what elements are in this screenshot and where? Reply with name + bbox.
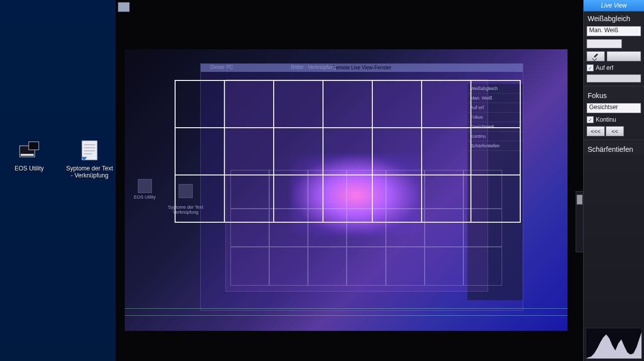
continuous-af-checkbox[interactable]: ✓ xyxy=(587,116,594,123)
slider-thumb[interactable] xyxy=(577,195,583,205)
live-view-window: Remote Live View-Fenster Weißabgleich Ma… xyxy=(116,0,584,361)
camera-feed[interactable]: Remote Live View-Fenster Weißabgleich Ma… xyxy=(125,49,568,331)
wb-slider[interactable] xyxy=(587,74,641,82)
focus-near-fast-button[interactable]: <<< xyxy=(587,126,605,136)
camera-app-icon xyxy=(18,139,41,162)
feed-echo-breadcrumb: Bilder · Verknüpfung xyxy=(291,64,336,70)
desktop-icon-label: EOS Utility xyxy=(4,165,54,172)
auto-apply-label: Auf erf xyxy=(596,64,613,71)
wb-mode-select[interactable]: Man. Weiß xyxy=(587,26,641,36)
camera-app-icon xyxy=(138,179,152,193)
feed-echo-title: Remote Live View-Fenster xyxy=(332,65,391,70)
divider xyxy=(584,140,644,140)
dof-heading: Schärfentiefen xyxy=(584,142,644,155)
wb-swatch xyxy=(587,39,622,48)
echo-icon-label: EOS Utility xyxy=(134,195,156,200)
focus-heading: Fokus xyxy=(584,88,644,102)
desktop-icon-eos-utility[interactable]: EOS Utility xyxy=(4,139,54,172)
control-panel: Live View Weißabgleich Man. Weiß ✓ Auf e… xyxy=(583,0,644,361)
auto-apply-checkbox[interactable]: ✓ xyxy=(587,64,594,71)
desktop-icon-label: Syptome der Text - Verknüpfung xyxy=(64,165,115,179)
desktop-area: EOS Utility Syptome der Text - Verknüpfu… xyxy=(0,0,116,361)
divider xyxy=(584,86,644,86)
feed-echo-titlebar: Remote Live View-Fenster xyxy=(201,64,523,72)
focus-mode-select[interactable]: Gesichtser xyxy=(587,103,641,113)
continuous-af-label: Kontinu xyxy=(596,116,616,123)
wb-aux-button[interactable] xyxy=(607,51,641,61)
document-shortcut-icon xyxy=(179,184,193,198)
tab-live-view[interactable]: Live View xyxy=(584,0,644,12)
window-sysmenu-icon[interactable] xyxy=(118,2,130,12)
feed-echo-left-label: Dieser PC xyxy=(210,64,233,70)
svg-rect-2 xyxy=(21,154,34,156)
focus-near-med-button[interactable]: << xyxy=(606,126,624,136)
eyedropper-icon xyxy=(592,53,599,60)
screen-root: EOS Utility Syptome der Text - Verknüpfu… xyxy=(0,0,644,361)
feed-glow xyxy=(291,155,422,235)
wb-heading: Weißabgleich xyxy=(584,12,644,25)
scan-line xyxy=(125,308,568,309)
desktop-icon-shortcut[interactable]: Syptome der Text - Verknüpfung xyxy=(64,139,115,179)
histogram xyxy=(586,328,642,359)
scan-line xyxy=(125,315,568,316)
echo-icon-label: Syptome der Text Verknüpfung xyxy=(168,205,203,215)
eyedropper-button[interactable] xyxy=(587,51,605,61)
exposure-slider[interactable] xyxy=(576,191,584,252)
svg-rect-1 xyxy=(29,142,39,150)
document-shortcut-icon xyxy=(78,139,101,162)
feed-echo-icon-eos: EOS Utility xyxy=(134,179,156,200)
feed-echo-icon-shortcut: Syptome der Text Verknüpfung xyxy=(168,179,203,215)
